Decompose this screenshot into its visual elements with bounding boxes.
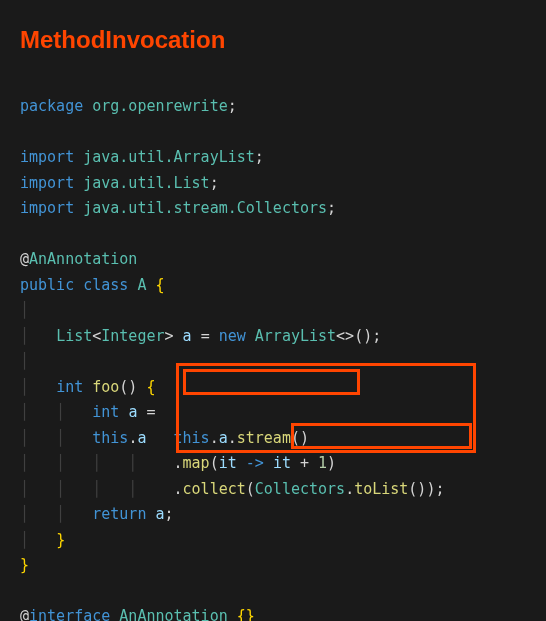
- literal-one: 1: [318, 454, 327, 472]
- line: │ }: [20, 531, 65, 549]
- keyword-this: this: [92, 429, 128, 447]
- keyword-import: import: [20, 174, 74, 192]
- line: public class A {: [20, 276, 165, 294]
- field-a: a: [137, 429, 146, 447]
- import-path: java.util.stream.Collectors: [83, 199, 327, 217]
- type-collectors: Collectors: [255, 480, 345, 498]
- annotation-name: AnAnnotation: [29, 250, 137, 268]
- type-arraylist: ArrayList: [255, 327, 336, 345]
- line: @AnAnnotation: [20, 250, 137, 268]
- class-name: A: [137, 276, 146, 294]
- method-map: map: [183, 454, 210, 472]
- keyword-class: class: [83, 276, 128, 294]
- line: import java.util.ArrayList;: [20, 148, 264, 166]
- keyword-interface: interface: [29, 607, 110, 621]
- field-a: a: [183, 327, 192, 345]
- method-collect: collect: [183, 480, 246, 498]
- keyword-import: import: [20, 148, 74, 166]
- line: │ │ │ │ .map(it -> it + 1): [20, 454, 336, 472]
- line: package org.openrewrite;: [20, 97, 237, 115]
- keyword-import: import: [20, 199, 74, 217]
- at-sign: @: [20, 607, 29, 621]
- line: │ │ return a;: [20, 505, 174, 523]
- import-path: java.util.ArrayList: [83, 148, 255, 166]
- lambda-param: it: [219, 454, 237, 472]
- line: │: [20, 301, 29, 319]
- line: }: [20, 556, 29, 574]
- line: │: [20, 352, 29, 370]
- lambda-var: it: [273, 454, 291, 472]
- import-path: java.util.List: [83, 174, 209, 192]
- keyword-public: public: [20, 276, 74, 294]
- var-a: a: [128, 403, 137, 421]
- field-a: a: [219, 429, 228, 447]
- line: import java.util.List;: [20, 174, 219, 192]
- line: │ │ this.a this.a.stream(): [20, 429, 309, 447]
- line: │ List<Integer> a = new ArrayList<>();: [20, 327, 381, 345]
- method-foo: foo: [92, 378, 119, 396]
- keyword-int: int: [92, 403, 119, 421]
- var-a: a: [155, 505, 164, 523]
- package-name: org.openrewrite: [92, 97, 227, 115]
- keyword-return: return: [92, 505, 146, 523]
- code-block: package org.openrewrite; import java.uti…: [20, 69, 526, 621]
- line: │ int foo() {: [20, 378, 155, 396]
- line: import java.util.stream.Collectors;: [20, 199, 336, 217]
- line: @interface AnAnnotation {}: [20, 607, 255, 621]
- keyword-this: this: [174, 429, 210, 447]
- method-tolist: toList: [354, 480, 408, 498]
- at-sign: @: [20, 250, 29, 268]
- slide-title: MethodInvocation: [20, 20, 526, 61]
- type-list: List: [56, 327, 92, 345]
- line: │ │ │ │ .collect(Collectors.toList());: [20, 480, 444, 498]
- method-stream: stream: [237, 429, 291, 447]
- keyword-int: int: [56, 378, 83, 396]
- annotation-name: AnAnnotation: [119, 607, 227, 621]
- keyword-package: package: [20, 97, 83, 115]
- keyword-new: new: [219, 327, 246, 345]
- line: │ │ int a =: [20, 403, 155, 421]
- type-integer: Integer: [101, 327, 164, 345]
